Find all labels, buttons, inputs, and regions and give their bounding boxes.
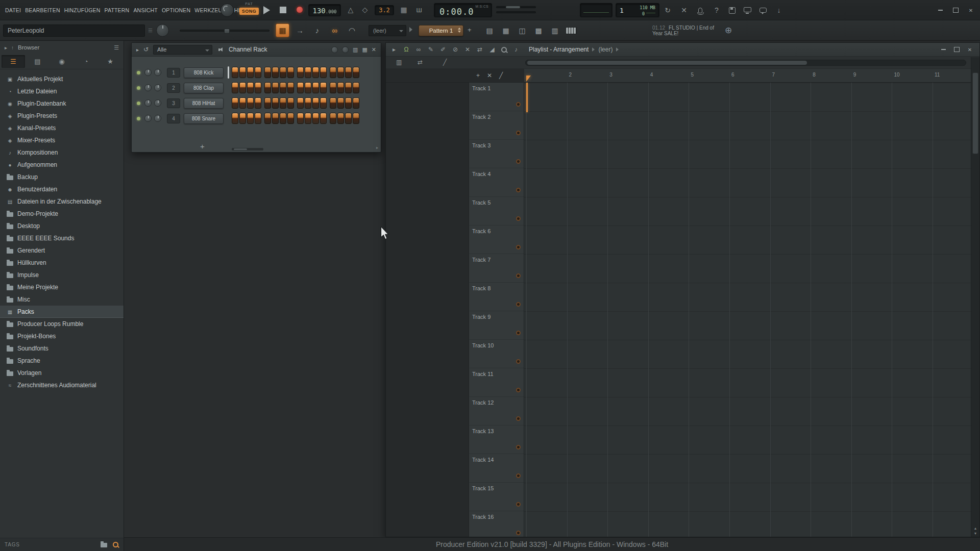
browser-item[interactable]: ◈Plugin-Presets <box>0 110 124 122</box>
browser-item[interactable]: ▣Aktuelles Projekt <box>0 73 124 85</box>
scroll-up-icon[interactable]: ▲ <box>971 526 979 531</box>
stop-button[interactable] <box>280 7 286 13</box>
browser-item[interactable]: Backup <box>0 171 124 183</box>
step-cell[interactable] <box>330 97 336 109</box>
step-cell[interactable] <box>247 82 254 93</box>
track-record-dot[interactable] <box>516 245 521 249</box>
step-cell[interactable] <box>345 97 352 109</box>
track-header[interactable]: Track 8 <box>469 283 524 311</box>
cut-tool-icon[interactable]: ✕ <box>680 6 688 14</box>
song-position-thumb[interactable] <box>506 6 520 8</box>
preview-tool-icon[interactable]: ♪ <box>512 46 520 53</box>
step-cell[interactable] <box>297 67 304 78</box>
step-cell[interactable] <box>312 82 319 93</box>
volume-knob[interactable] <box>154 115 161 122</box>
browser-item[interactable]: Impulse <box>0 269 124 281</box>
shuffle-wheel[interactable] <box>220 4 234 17</box>
menu-optionen[interactable]: OPTIONEN <box>160 5 192 15</box>
playlist-vertical-scrollbar[interactable]: ▲ ▼ <box>971 57 979 537</box>
search-icon[interactable] <box>112 541 119 548</box>
volume-knob[interactable] <box>154 99 161 107</box>
step-cell[interactable] <box>297 113 304 124</box>
rack-collapse-icon[interactable]: ▸ <box>136 47 139 53</box>
volume-knob[interactable] <box>154 69 161 76</box>
track-record-dot[interactable] <box>516 159 521 164</box>
mic-icon[interactable] <box>698 8 702 13</box>
picker-panel-icon[interactable]: ▥ <box>396 59 402 66</box>
master-volume-knob[interactable] <box>156 24 169 37</box>
step-sequencer-button[interactable]: ▦ <box>276 23 289 37</box>
tempo-display[interactable]: 130.000 <box>308 4 341 16</box>
track-header[interactable]: Track 6 <box>469 226 524 254</box>
step-cell[interactable] <box>247 97 254 109</box>
channel-number[interactable]: 3 <box>167 98 180 108</box>
help-icon[interactable]: ? <box>713 6 721 14</box>
track-record-dot[interactable] <box>516 188 521 192</box>
pattern-selector[interactable]: Pattern 1 <box>419 25 463 36</box>
step-cell[interactable] <box>312 113 319 124</box>
countdown-icon[interactable]: ◇ <box>360 6 370 14</box>
browser-item[interactable]: Soundfonts <box>0 342 124 355</box>
track-record-dot[interactable] <box>516 273 521 278</box>
step-cell[interactable] <box>247 113 254 124</box>
tab-favorites[interactable]: ★ <box>99 55 122 68</box>
browser-up-icon[interactable]: ↑ <box>11 45 14 51</box>
step-cell[interactable] <box>353 97 359 109</box>
channel-button[interactable]: 808 Kick <box>184 67 224 78</box>
draw-tool-icon[interactable]: ✎ <box>427 46 434 53</box>
step-cell[interactable] <box>280 113 286 124</box>
track-header[interactable]: Track 14 <box>469 454 524 483</box>
note-snap-button[interactable]: ♪ <box>310 23 324 37</box>
step-cell[interactable] <box>287 67 294 78</box>
close-button[interactable]: ✕ <box>966 6 976 14</box>
pan-knob[interactable] <box>144 115 152 122</box>
menu-bearbeiten[interactable]: BEARBEITEN <box>23 5 62 15</box>
typing-keyboard-icon[interactable]: ш <box>414 6 424 14</box>
channel-number[interactable]: 4 <box>167 114 180 123</box>
playlist-grid[interactable] <box>524 83 971 537</box>
step-cell[interactable] <box>305 67 311 78</box>
step-cell[interactable] <box>353 113 359 124</box>
track-header[interactable]: Track 12 <box>469 397 524 425</box>
browser-item[interactable]: ♪Kompositionen <box>0 146 124 159</box>
menu-ansicht[interactable]: ANSICHT <box>131 5 160 15</box>
delete-track-button[interactable]: ✕ <box>487 72 492 79</box>
browser-item[interactable]: Demo-Projekte <box>0 208 124 220</box>
project-title-field[interactable]: PeterLeopold <box>3 24 145 37</box>
toggle-piano-roll-button[interactable]: ◫ <box>516 23 529 37</box>
save-icon[interactable] <box>729 7 736 14</box>
swap-icon[interactable]: ⇄ <box>418 59 423 66</box>
step-cell[interactable] <box>255 97 261 109</box>
channel-enable-led[interactable] <box>137 102 140 105</box>
vscroll-thumb[interactable] <box>972 72 978 154</box>
play-button[interactable] <box>263 6 270 14</box>
track-record-dot[interactable] <box>516 359 521 364</box>
channel-filter-dropdown[interactable]: Alle <box>153 45 212 55</box>
download-icon[interactable]: ↓ <box>775 6 783 14</box>
playlist-collapse-icon[interactable]: ▸ <box>390 46 398 53</box>
playlist-horizontal-scrollbar[interactable] <box>525 60 966 66</box>
snap-magnet-icon[interactable]: Ω <box>403 46 410 53</box>
step-cell[interactable] <box>272 67 279 78</box>
step-cell[interactable] <box>297 82 304 93</box>
step-cell[interactable] <box>264 82 271 93</box>
playlist-close-button[interactable]: ✕ <box>965 45 975 54</box>
step-cell[interactable] <box>232 67 238 78</box>
pat-label[interactable]: PAT <box>239 2 259 6</box>
rack-horizontal-scrollbar[interactable] <box>232 148 263 151</box>
channel-enable-led[interactable] <box>137 86 140 90</box>
step-cell[interactable] <box>255 113 261 124</box>
sync-icon[interactable]: ↻ <box>664 6 672 14</box>
playhead-flag[interactable] <box>526 76 531 82</box>
channel-number[interactable]: 1 <box>167 68 180 78</box>
master-pitch-slider[interactable] <box>180 30 270 32</box>
playlist-titlebar[interactable]: ▸ Ω ∞ ✎ ✐ ⊘ ✕ ⇄ ◢ ♪ Playlist - Arrangeme… <box>386 43 979 57</box>
browser-item[interactable]: ☻Benutzerdaten <box>0 183 124 195</box>
swing-display[interactable]: 3.2 <box>375 5 394 15</box>
chat-icon[interactable] <box>760 8 767 13</box>
browser-item[interactable]: EEEE EEEE Sounds <box>0 232 124 244</box>
step-cell[interactable] <box>255 67 261 78</box>
step-cell[interactable] <box>345 113 352 124</box>
step-cell[interactable] <box>287 97 294 109</box>
rack-close-icon[interactable]: ✕ <box>372 46 376 53</box>
